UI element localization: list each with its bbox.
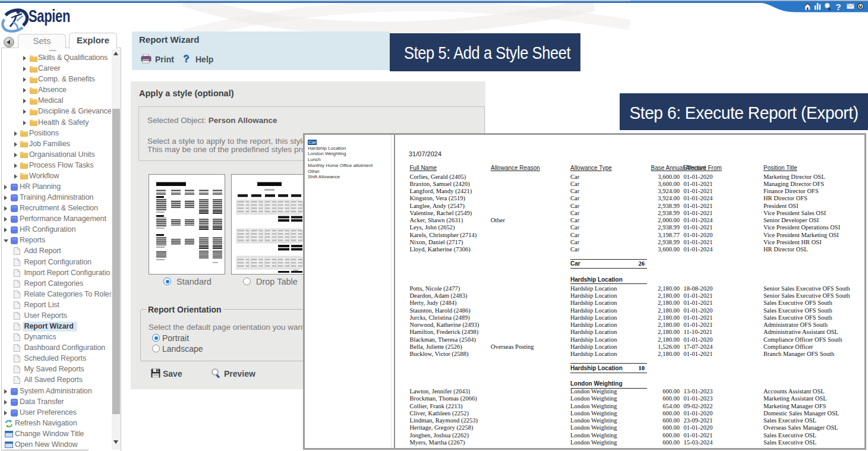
svg-text:?: ? [836, 2, 841, 12]
